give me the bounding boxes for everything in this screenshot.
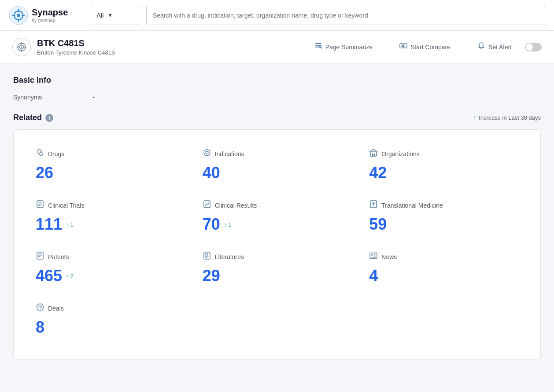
svg-rect-49 [371,254,373,256]
related-item-label-deals: Deals [48,305,64,312]
svg-point-24 [206,151,208,154]
related-item-header-news: News [369,251,518,262]
start-compare-label: Start Compare [410,44,451,51]
related-item-indications[interactable]: Indications 40 [194,140,361,192]
related-item-literatures[interactable]: Literatures 29 [194,243,361,295]
chevron-down-icon: ▼ [107,12,113,18]
synonyms-row: Synonyms - [13,94,541,101]
svg-point-27 [204,154,205,155]
svg-point-53 [37,304,44,311]
related-item-header-literatures: Literatures [203,251,352,262]
action-divider-1 [386,41,386,53]
related-title-wrap: Related i [13,113,53,122]
increase-arrow-icon: ↑ [473,114,476,122]
synonyms-value: - [92,94,95,101]
increase-badge-patents: ↑ 2 [66,272,74,280]
synapse-logo-icon [9,6,28,25]
related-item-header-indications: Indications [203,148,352,159]
alert-icon [477,42,485,52]
svg-rect-14 [315,43,321,44]
set-alert-label: Set Alert [488,44,512,51]
related-item-header-clinical-results: Clinical Results [203,200,352,211]
related-item-count-patents: 465 ↑ 2 [36,267,185,285]
related-item-count-literatures: 29 [203,267,352,285]
related-item-organizations[interactable]: Organizations 42 [360,140,527,192]
related-item-label-translational-medicine: Translational Medicine [381,202,443,209]
related-item-label-indications: Indications [215,150,244,158]
related-item-header-drugs: Drugs [36,148,185,159]
svg-rect-30 [372,154,373,156]
page-summarize-button[interactable]: Page Summarize [310,39,377,55]
up-arrow-icon: ↑ [66,272,69,280]
target-icon [17,42,26,52]
up-arrow-icon: ↑ [224,221,227,228]
alert-toggle[interactable] [525,43,542,51]
dropdown-selected-label: All [96,11,104,19]
related-item-clinical-results[interactable]: Clinical Results 70 ↑ 1 [194,192,361,243]
page-header: BTK C481S Bruton Tyrosine Kinase C481S P… [0,31,554,63]
related-item-patents[interactable]: Patents 465 ↑ 2 [27,243,194,295]
logo-text: Synapse by patsnap [32,7,68,23]
related-item-label-organizations: Organizations [381,150,419,158]
basic-info-title: Basic Info [13,76,541,85]
related-item-header-deals: Deals [36,303,185,314]
global-search-input-wrap [146,6,545,25]
svg-rect-31 [374,154,375,156]
clinical-results-icon [203,200,211,211]
related-item-translational-medicine[interactable]: Translational Medicine 59 [360,192,527,243]
related-item-count-deals: 8 [36,318,185,337]
related-info-icon[interactable]: i [45,114,53,122]
navbar: Synapse by patsnap All ▼ [0,0,554,31]
indications-icon [203,148,211,159]
increase-label: Increase in Last 30 days [479,114,541,121]
action-divider-2 [464,41,464,53]
page-header-actions: Page Summarize U5 Start Compare Set [310,39,542,55]
related-item-count-indications: 40 [203,164,352,182]
related-item-label-clinical-trials: Clinical Trials [48,202,84,209]
svg-rect-48 [370,253,377,259]
related-item-count-organizations: 42 [369,164,518,182]
svg-point-9 [21,46,22,48]
patents-icon [36,251,44,262]
main-content: Basic Info Synonyms - Related i ↑ Increa… [0,63,554,372]
svg-point-2 [17,14,20,17]
related-item-clinical-trials[interactable]: Clinical Trials 111 ↑ 1 [27,192,194,243]
related-item-label-news: News [381,253,397,260]
related-item-header-clinical-trials: Clinical Trials [36,200,185,211]
set-alert-button[interactable]: Set Alert [473,39,516,55]
svg-rect-40 [37,252,43,259]
svg-text:U5: U5 [401,44,405,48]
search-category-dropdown[interactable]: All ▼ [91,6,139,25]
related-item-label-clinical-results: Clinical Results [215,202,257,209]
svg-point-26 [209,150,210,151]
news-icon [369,251,378,262]
svg-rect-45 [205,253,207,256]
related-item-news[interactable]: News 4 [360,243,527,295]
increase-badge-clinical-trials: ↑ 1 [66,221,74,228]
start-compare-button[interactable]: U5 Start Compare [395,39,455,55]
summarize-icon [314,42,322,52]
related-item-count-drugs: 26 [36,164,185,182]
related-item-count-news: 4 [369,267,518,285]
page-subtitle: Bruton Tyrosine Kinase C481S [37,49,115,56]
related-header: Related i ↑ Increase in Last 30 days [13,113,541,122]
related-card: Drugs 26 Indications 40 Organizations 42 [13,129,541,360]
compare-icon: U5 [399,42,407,52]
page-summarize-label: Page Summarize [325,44,373,51]
clinical-trials-icon [36,200,44,211]
related-item-header-translational-medicine: Translational Medicine [369,200,518,211]
svg-line-22 [39,152,42,154]
target-icon-wrap [12,38,31,56]
related-item-header-patents: Patents [36,251,185,262]
svg-rect-16 [315,47,319,48]
basic-info-section: Basic Info Synonyms - [13,76,541,101]
svg-point-28 [209,154,210,155]
related-item-deals[interactable]: Deals 8 [27,295,194,346]
literatures-icon [203,251,211,262]
related-item-count-translational-medicine: 59 [369,215,518,234]
global-search-input[interactable] [153,12,539,19]
up-arrow-icon: ↑ [66,221,69,228]
logo-area: Synapse by patsnap [9,6,84,25]
page-header-left: BTK C481S Bruton Tyrosine Kinase C481S [12,38,303,56]
related-item-drugs[interactable]: Drugs 26 [27,140,194,192]
